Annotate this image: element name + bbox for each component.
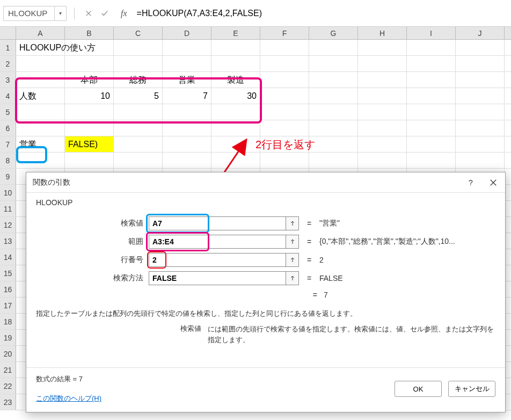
collapse-dialog-icon[interactable]: [286, 216, 299, 230]
cell[interactable]: [309, 72, 358, 88]
arg-input-range-lookup[interactable]: [149, 271, 286, 285]
cell[interactable]: [260, 120, 309, 136]
col-header[interactable]: C: [114, 27, 163, 39]
cell[interactable]: [407, 88, 456, 104]
cell[interactable]: [407, 40, 456, 55]
arg-input-row-index[interactable]: [149, 253, 286, 267]
row-header[interactable]: 17: [0, 298, 16, 313]
col-header[interactable]: B: [65, 27, 114, 39]
cell[interactable]: [309, 153, 358, 168]
row-header[interactable]: 15: [0, 265, 16, 281]
cell[interactable]: [358, 136, 407, 152]
cell[interactable]: 10: [65, 88, 114, 104]
row-header[interactable]: 10: [0, 185, 16, 200]
row-header[interactable]: 9: [0, 169, 16, 184]
cell[interactable]: [211, 120, 260, 136]
arg-input-table-array[interactable]: [149, 235, 286, 249]
cell[interactable]: [16, 120, 65, 136]
cell[interactable]: 本部: [65, 72, 114, 88]
row-header[interactable]: 3: [0, 72, 16, 88]
row-header[interactable]: 21: [0, 362, 16, 378]
cell[interactable]: [407, 56, 456, 71]
cell[interactable]: 30: [211, 88, 260, 104]
cell[interactable]: [407, 136, 456, 152]
cell[interactable]: [163, 153, 211, 168]
cell[interactable]: [163, 120, 211, 136]
cell[interactable]: [309, 88, 358, 104]
row-header[interactable]: 12: [0, 217, 16, 233]
row-header[interactable]: 22: [0, 378, 16, 394]
collapse-dialog-icon[interactable]: [286, 253, 299, 267]
cell[interactable]: [211, 153, 260, 168]
cancel-button[interactable]: キャンセル: [448, 381, 495, 397]
col-header[interactable]: F: [260, 27, 309, 39]
cell[interactable]: [358, 72, 407, 88]
cell[interactable]: [114, 153, 163, 168]
cell[interactable]: [358, 40, 407, 55]
cell[interactable]: [309, 56, 358, 71]
cell[interactable]: [358, 120, 407, 136]
cell[interactable]: [407, 104, 456, 120]
enter-formula-icon[interactable]: [98, 7, 111, 20]
cell[interactable]: 7: [163, 88, 211, 104]
cell[interactable]: [260, 40, 309, 55]
row-header[interactable]: 20: [0, 346, 16, 361]
row-header[interactable]: 6: [0, 120, 16, 136]
cancel-formula-icon[interactable]: [82, 7, 95, 20]
fx-icon[interactable]: fx: [121, 9, 127, 18]
cell[interactable]: [16, 153, 65, 168]
cell[interactable]: [309, 120, 358, 136]
cell[interactable]: [358, 88, 407, 104]
cell[interactable]: [260, 153, 309, 168]
col-header[interactable]: E: [211, 27, 260, 39]
cell[interactable]: [260, 56, 309, 71]
cell[interactable]: [309, 104, 358, 120]
name-box-dropdown[interactable]: ▾: [54, 6, 66, 20]
row-header[interactable]: 1: [0, 40, 16, 55]
cell[interactable]: [211, 56, 260, 71]
cell[interactable]: [114, 104, 163, 120]
cell[interactable]: [163, 104, 211, 120]
cell[interactable]: [211, 40, 260, 55]
cell[interactable]: [358, 56, 407, 71]
row-header[interactable]: 7: [0, 136, 16, 152]
cell[interactable]: [163, 40, 211, 55]
cell[interactable]: [260, 72, 309, 88]
row-header[interactable]: 14: [0, 249, 16, 265]
ok-button[interactable]: OK: [395, 381, 442, 397]
row-header[interactable]: 8: [0, 153, 16, 168]
cell[interactable]: [114, 136, 163, 152]
col-header[interactable]: A: [16, 27, 65, 39]
help-icon[interactable]: ?: [465, 177, 476, 188]
cell[interactable]: [260, 88, 309, 104]
col-header[interactable]: H: [358, 27, 407, 39]
collapse-dialog-icon[interactable]: [286, 235, 299, 249]
cell[interactable]: [309, 40, 358, 55]
row-header[interactable]: 11: [0, 201, 16, 216]
arg-input-lookup-value[interactable]: [149, 216, 286, 230]
row-header[interactable]: 5: [0, 104, 16, 120]
col-header[interactable]: G: [309, 27, 358, 39]
cell[interactable]: [114, 120, 163, 136]
row-header[interactable]: 23: [0, 394, 16, 410]
cell[interactable]: 総務: [114, 72, 163, 88]
cell[interactable]: [407, 120, 456, 136]
cell[interactable]: [309, 136, 358, 152]
cell[interactable]: [16, 104, 65, 120]
row-header[interactable]: 2: [0, 56, 16, 71]
row-header[interactable]: 18: [0, 314, 16, 329]
col-header[interactable]: J: [456, 27, 505, 39]
cell[interactable]: [456, 88, 505, 104]
cell[interactable]: [65, 153, 114, 168]
row-header[interactable]: 4: [0, 88, 16, 104]
cell[interactable]: [407, 72, 456, 88]
cell[interactable]: [114, 40, 163, 55]
cell[interactable]: [114, 56, 163, 71]
cell[interactable]: [456, 56, 505, 71]
cell[interactable]: 営業: [163, 72, 211, 88]
cell[interactable]: 人数: [16, 88, 65, 104]
col-header[interactable]: I: [407, 27, 456, 39]
cell[interactable]: [456, 153, 505, 168]
close-icon[interactable]: [488, 177, 499, 188]
cell[interactable]: [358, 104, 407, 120]
